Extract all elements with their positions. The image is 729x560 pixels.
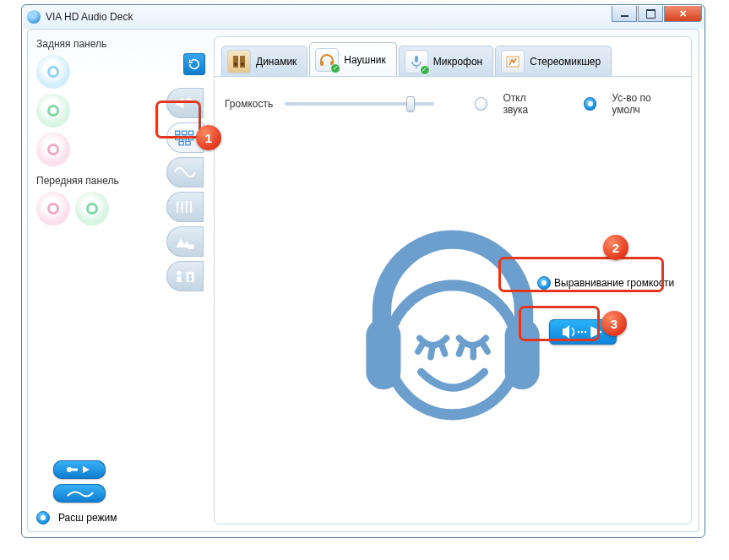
default-device-label: Ус-во по умолч [612, 92, 681, 116]
svg-line-40 [482, 343, 487, 351]
illustration [221, 119, 684, 517]
jack-front-green[interactable] [75, 192, 109, 226]
client-area: + Задняя панел [27, 29, 699, 532]
info-tool-button[interactable] [53, 484, 106, 503]
tab-stereomix-label: Стереомикшер [530, 56, 601, 68]
front-panel-jacks [36, 192, 168, 226]
front-panel-label: Передняя панель [36, 175, 168, 187]
vtab-volume-boost[interactable]: + [166, 88, 204, 118]
tab-headphone-label: Наушник [344, 54, 385, 66]
test-play-button[interactable] [549, 319, 617, 345]
svg-rect-27 [320, 61, 324, 66]
svg-point-19 [188, 274, 192, 277]
headphone-face-icon [335, 200, 571, 437]
advanced-mode-radio[interactable] [36, 511, 50, 525]
svg-line-35 [418, 343, 423, 351]
svg-point-14 [181, 207, 184, 210]
loudness-equal-option[interactable]: Выравнивание громкости [529, 267, 686, 299]
vtab-room-corr[interactable] [166, 261, 204, 291]
loudness-equal-radio[interactable] [537, 276, 551, 290]
svg-rect-5 [182, 136, 187, 139]
svg-rect-7 [179, 141, 183, 144]
maximize-button[interactable] [638, 6, 663, 22]
main-panel: Динамик ✓ Наушник ✓ Микрофон [214, 36, 692, 525]
tab-headphone[interactable]: ✓ Наушник [309, 42, 396, 76]
minimize-button[interactable] [612, 6, 637, 22]
mute-label: Откл звука [503, 92, 552, 116]
svg-point-17 [177, 271, 181, 275]
volume-slider[interactable] [285, 102, 434, 106]
svg-rect-8 [186, 141, 190, 144]
rear-panel-label: Задняя панель [36, 38, 168, 50]
svg-rect-1 [176, 131, 180, 134]
svg-point-41 [578, 331, 579, 333]
volume-slider-thumb[interactable] [406, 96, 415, 111]
close-button[interactable] [664, 6, 702, 22]
svg-point-16 [189, 209, 193, 212]
svg-text:♪♪: ♪♪ [509, 57, 514, 62]
default-device-radio[interactable] [584, 97, 597, 111]
loudness-equal-label: Выравнивание громкости [554, 277, 674, 289]
svg-rect-29 [415, 56, 418, 63]
svg-line-38 [459, 345, 462, 353]
stereomix-icon: ♪♪ [501, 50, 525, 73]
svg-point-20 [188, 277, 192, 280]
svg-point-42 [581, 331, 583, 333]
left-sidebar: Задняя панель Передняя панель [28, 30, 171, 531]
jack-front-pink[interactable] [36, 192, 70, 226]
device-tabs: Динамик ✓ Наушник ✓ Микрофон [221, 41, 684, 76]
check-badge-icon: ✓ [420, 65, 430, 75]
vtab-environment[interactable] [166, 226, 204, 257]
extra-buttons-stack [36, 460, 168, 503]
svg-point-25 [234, 63, 237, 66]
window-title: VIA HD Audio Deck [46, 11, 133, 23]
svg-text:+: + [187, 94, 193, 106]
speaker-icon [227, 50, 251, 73]
microphone-icon: ✓ [405, 50, 428, 73]
headphone-icon: ✓ [315, 48, 339, 72]
svg-point-15 [185, 201, 188, 204]
tab-speaker-label: Динамик [256, 56, 296, 68]
svg-rect-3 [188, 131, 193, 134]
tab-stereomix[interactable]: ♪♪ Стереомикшер [495, 46, 612, 76]
window-buttons [611, 6, 702, 22]
volume-label: Громкость [225, 98, 273, 110]
vertical-tab-strip: + [166, 53, 207, 291]
tab-speaker[interactable]: Динамик [221, 46, 307, 76]
svg-point-43 [585, 331, 586, 333]
volume-row: Громкость Откл звука Ус-во по умолч [225, 92, 681, 116]
tab-microphone-label: Микрофон [433, 56, 482, 68]
jack-rear-blue[interactable] [36, 55, 70, 89]
titlebar: VIA HD Audio Deck [22, 5, 705, 29]
svg-rect-2 [182, 131, 187, 134]
svg-line-36 [431, 347, 433, 356]
svg-rect-4 [176, 136, 180, 139]
svg-point-13 [177, 203, 180, 206]
vtab-level-calib[interactable] [166, 122, 204, 153]
vtab-sine[interactable] [166, 157, 204, 188]
tab-microphone[interactable]: ✓ Микрофон [399, 46, 493, 76]
app-window: VIA HD Audio Deck + [21, 4, 705, 538]
advanced-mode-label: Расш режим [58, 512, 117, 524]
jack-rear-pink[interactable] [36, 133, 70, 166]
app-icon [27, 10, 41, 24]
svg-rect-22 [71, 469, 78, 471]
svg-point-26 [241, 63, 244, 66]
svg-line-37 [442, 345, 445, 353]
test-play-area [549, 319, 617, 345]
connector-tool-button[interactable] [53, 460, 106, 479]
svg-rect-6 [188, 136, 193, 139]
refresh-button[interactable] [183, 53, 205, 75]
advanced-mode-row[interactable]: Расш режим [36, 511, 168, 525]
svg-point-34 [388, 285, 517, 414]
rear-panel-jacks [36, 55, 168, 166]
jack-rear-green[interactable] [36, 94, 70, 128]
vtab-equalizer[interactable] [166, 192, 204, 222]
mute-radio[interactable] [475, 97, 488, 111]
check-badge-icon: ✓ [330, 63, 340, 73]
